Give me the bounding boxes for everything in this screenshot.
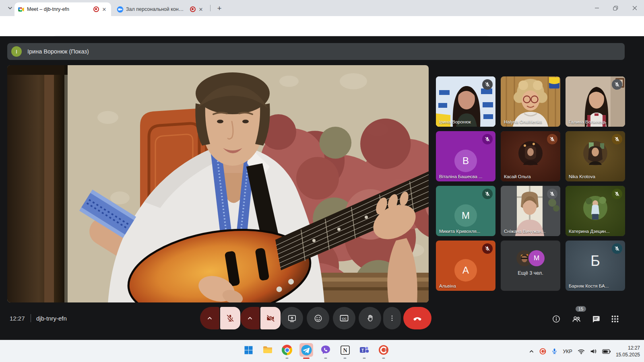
participant-tile[interactable]: Б Барняк Костя БА... [566, 241, 625, 291]
tab-recording-indicator [190, 6, 196, 12]
participant-tile[interactable]: Сніжана Вичужан... [501, 186, 560, 236]
restore-button[interactable] [606, 0, 625, 16]
google-meet-favicon [18, 6, 25, 13]
mic-off-icon [614, 82, 620, 87]
end-call-button[interactable] [403, 307, 431, 329]
info-icon [552, 315, 561, 323]
language-indicator[interactable]: УКР [563, 349, 572, 354]
muted-mic-badge [482, 79, 493, 90]
new-tab-button[interactable]: + [214, 3, 225, 14]
meeting-info-button[interactable] [551, 313, 562, 325]
svg-text:CC: CC [342, 317, 347, 321]
windows-start-icon[interactable] [242, 343, 255, 357]
overflow-count-label: Ещё 3 чел. [501, 270, 560, 276]
captions-button[interactable]: CC [333, 307, 355, 329]
mic-off-icon [549, 136, 555, 142]
notion-icon[interactable]: N [338, 343, 352, 357]
telegram-icon[interactable] [299, 343, 313, 357]
meeting-code: djb-tnry-efn [36, 315, 67, 322]
zoom-favicon [117, 6, 124, 13]
presenter-avatar: I [11, 46, 22, 57]
participant-tile[interactable]: Касай Ольга [501, 131, 560, 181]
mic-off-icon [614, 136, 620, 142]
participant-name: Катерина Дзецин... [569, 229, 610, 234]
mic-off-icon [485, 191, 490, 197]
close-window-button[interactable] [625, 0, 644, 16]
taskbar-apps: N T [242, 343, 390, 357]
ccleaner-tray-icon[interactable] [539, 348, 546, 355]
viber-icon[interactable] [319, 343, 332, 357]
running-indicator [324, 358, 327, 359]
browser-toolbar: meet.google.com/djb-tnry-efn?pli=1&authu… [0, 16, 644, 36]
meeting-clock: 12:27 [10, 315, 25, 322]
tab-strip: Meet – djb-tnry-efn ✕ Зал персональной к… [0, 0, 644, 16]
camera-options-button[interactable] [240, 307, 260, 329]
mic-toggle-button[interactable] [220, 307, 240, 329]
running-indicator [344, 358, 347, 359]
tab-title: Meet – djb-tnry-efn [27, 6, 89, 12]
system-tray: УКР 12:27 15.05.2025 [529, 340, 640, 362]
chrome-icon[interactable] [280, 343, 294, 357]
mic-off-icon [226, 314, 235, 323]
kebab-menu-icon [388, 314, 396, 322]
svg-text:N: N [343, 348, 347, 354]
participant-tile-overflow[interactable]: M Ещё 3 чел. [501, 241, 560, 291]
participant-tile[interactable]: М Микита Кривохля... [436, 186, 495, 236]
mic-in-use-tray-icon[interactable] [551, 348, 557, 355]
mic-off-icon [614, 246, 620, 251]
raise-hand-button[interactable] [359, 307, 381, 329]
mic-options-button[interactable] [200, 307, 219, 329]
teams-icon[interactable]: T [357, 343, 371, 357]
volume-icon[interactable] [590, 348, 597, 354]
participant-tile[interactable]: А Альвіна [436, 241, 495, 291]
reactions-button[interactable] [307, 307, 329, 329]
participant-tile[interactable]: В Віталіна Башеєва ... [436, 131, 495, 181]
wifi-icon[interactable] [578, 348, 585, 354]
people-panel-button[interactable] [571, 313, 582, 325]
participants-count-badge: 15 [576, 306, 586, 312]
running-indicator [303, 358, 310, 359]
participant-tile[interactable]: Halyna Onufrienko [501, 76, 560, 127]
tray-date: 15.05.2025 [616, 352, 640, 358]
camera-toggle-button[interactable] [260, 307, 281, 329]
browser-window: Meet – djb-tnry-efn ✕ Зал персональной к… [0, 0, 644, 362]
tab-meet[interactable]: Meet – djb-tnry-efn ✕ [14, 2, 111, 16]
tab-zoom[interactable]: Зал персональной конфер ✕ [114, 2, 208, 16]
participant-name: Альвіна [439, 284, 456, 288]
file-explorer-icon[interactable] [261, 343, 275, 357]
overflow-avatars: M [501, 250, 560, 266]
emoji-smiley-icon [314, 314, 323, 323]
ccleaner-icon[interactable] [377, 343, 390, 357]
end-call-icon [412, 313, 423, 323]
muted-mic-badge [547, 134, 557, 144]
running-indicator [382, 358, 385, 359]
present-screen-icon [287, 314, 297, 323]
main-video-tile[interactable] [7, 65, 429, 302]
activities-grid-button[interactable] [609, 313, 621, 325]
battery-icon[interactable] [602, 349, 611, 354]
apps-grid-icon [611, 315, 619, 323]
present-button[interactable] [281, 307, 303, 329]
running-indicator [363, 358, 366, 359]
mic-off-icon [549, 191, 555, 197]
participant-name: Галина Волинець [569, 119, 606, 124]
participant-name: Halyna Onufrienko [504, 119, 542, 124]
meet-footer: 12:27 djb-tnry-efn [0, 304, 644, 340]
participant-tile[interactable]: Nika Krotova [566, 131, 625, 181]
chevron-up-icon [247, 315, 253, 321]
taskbar-clock[interactable]: 12:27 15.05.2025 [616, 345, 640, 358]
muted-mic-badge [482, 189, 493, 199]
participant-name: Микита Кривохля... [439, 229, 480, 234]
minimize-button[interactable] [587, 0, 606, 16]
participant-tile[interactable]: Ірина Воронюк [436, 76, 495, 127]
tab-close-button[interactable]: ✕ [101, 6, 108, 13]
muted-mic-badge [482, 243, 493, 254]
participant-tile[interactable]: Галина Волинець [566, 76, 625, 127]
tray-expand-button[interactable] [529, 349, 534, 354]
participant-name: Барняк Костя БА... [569, 284, 609, 288]
chat-panel-button[interactable] [590, 313, 601, 325]
tab-close-button[interactable]: ✕ [197, 6, 204, 13]
more-options-button[interactable] [383, 307, 401, 329]
participant-tile[interactable]: Катерина Дзецин... [566, 186, 625, 236]
footer-divider [31, 314, 31, 322]
